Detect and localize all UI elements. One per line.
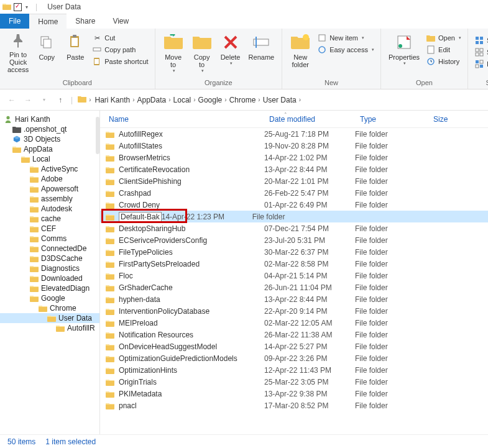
rename-button[interactable]: Rename [245, 30, 279, 75]
copy-button[interactable]: Copy [32, 30, 61, 75]
tree-item[interactable]: D3DSCache [0, 254, 99, 263]
file-row[interactable]: Crashpad26-Feb-22 5:47 PMFile folder [100, 187, 488, 199]
tree-item[interactable]: Google [0, 293, 99, 303]
file-row[interactable]: AutofillRegex25-Aug-21 7:18 PMFile folde… [100, 128, 488, 140]
column-headers[interactable]: Name ˄ Date modified Type Size [100, 111, 488, 128]
tree-item[interactable]: 3D Objects [0, 134, 99, 144]
copy-to-button[interactable]: Copy to▾ [188, 30, 216, 75]
file-row[interactable]: AutofillStates19-Nov-20 8:28 PMFile fold… [100, 140, 488, 152]
recent-locations-button[interactable]: ▾ [39, 94, 50, 106]
chevron-right-icon[interactable]: › [257, 96, 261, 103]
tree-item[interactable]: .openshot_qt [0, 124, 99, 134]
copy-path-button[interactable]: Copy path [90, 44, 150, 55]
edit-button[interactable]: Edit [423, 44, 464, 55]
file-row[interactable]: BrowserMetrics14-Apr-22 1:02 PMFile fold… [100, 152, 488, 163]
column-name[interactable]: Name [105, 115, 265, 124]
tree-item[interactable]: Hari Kanth [0, 114, 99, 124]
select-all-button[interactable]: Select [472, 35, 488, 46]
back-button[interactable]: ← [6, 94, 17, 106]
file-row[interactable]: ClientSidePhishing20-Mar-22 1:01 PMFile … [100, 175, 488, 187]
file-row[interactable]: GrShaderCache26-Jun-21 11:04 PMFile fold… [100, 281, 488, 293]
tab-file[interactable]: File [0, 14, 29, 29]
tree-item[interactable]: AutofillR [0, 323, 99, 333]
delete-button[interactable]: Delete▾ [216, 30, 245, 75]
properties-button[interactable]: Properties▾ [385, 30, 423, 75]
tree-item[interactable]: ElevatedDiagn [0, 283, 99, 293]
file-row[interactable]: OnDeviceHeadSuggestModel14-Apr-22 5:27 P… [100, 341, 488, 352]
chevron-right-icon[interactable]: › [223, 96, 228, 103]
breadcrumb-segment[interactable]: AppData [136, 94, 168, 106]
select-none-button[interactable]: Select [472, 47, 488, 58]
file-row[interactable]: CertificateRevocation13-Apr-22 8:44 PMFi… [100, 163, 488, 175]
file-row[interactable]: FileTypePolicies30-Mar-22 6:37 PMFile fo… [100, 246, 488, 258]
move-to-button[interactable]: Move to▾ [159, 30, 188, 75]
history-button[interactable]: History [423, 56, 464, 67]
qat-checkbox[interactable] [14, 3, 22, 11]
open-button[interactable]: Open▾ [423, 32, 464, 43]
tree-item[interactable]: Downloaded [0, 273, 99, 283]
chevron-right-icon[interactable]: › [131, 96, 136, 103]
folder-icon [12, 145, 21, 153]
breadcrumb-segment[interactable]: Local [172, 94, 193, 106]
new-folder-button[interactable]: New folder [286, 30, 315, 75]
breadcrumb-segment[interactable]: User Data [262, 94, 298, 106]
file-row[interactable]: Default-Bak14-Apr-22 1:23 PMFile folder [100, 211, 488, 222]
column-size[interactable]: Size [430, 115, 488, 124]
tree-item[interactable]: Diagnostics [0, 263, 99, 273]
tab-home[interactable]: Home [29, 14, 67, 29]
file-row[interactable]: pnacl17-Mar-20 8:52 PMFile folder [100, 400, 488, 411]
navigation-tree[interactable]: Hari Kanth.openshot_qt3D ObjectsAppDataL… [0, 111, 100, 434]
qat-dropdown-icon[interactable]: ▾ [24, 4, 29, 10]
file-row[interactable]: InterventionPolicyDatabase22-Apr-20 9:14… [100, 305, 488, 317]
file-row[interactable]: Notification Resources26-Mar-22 11:38 AM… [100, 329, 488, 341]
tree-item[interactable]: User Data [0, 313, 99, 323]
tree-item[interactable]: assembly [0, 194, 99, 204]
file-row[interactable]: OptimizationGuidePredictionModels09-Apr-… [100, 352, 488, 364]
column-date[interactable]: Date modified [265, 115, 356, 124]
up-button[interactable]: ↑ [55, 94, 66, 106]
new-item-button[interactable]: New item▾ [315, 32, 377, 43]
tree-item[interactable]: AppData [0, 144, 99, 154]
file-row[interactable]: FirstPartySetsPreloaded02-Mar-22 8:58 PM… [100, 258, 488, 270]
breadcrumb[interactable]: › Hari Kanth›AppData›Local›Google›Chrome… [78, 94, 302, 106]
breadcrumb-segment[interactable]: Hari Kanth [93, 94, 131, 106]
tree-item-label: ActiveSync [41, 165, 78, 173]
invert-selection-button[interactable]: Invert [472, 58, 488, 70]
file-row[interactable]: PKIMetadata13-Apr-22 9:38 PMFile folder [100, 388, 488, 400]
pin-to-quick-access-button[interactable]: Pin to Quick access [4, 30, 32, 75]
tree-item[interactable]: Adobe [0, 174, 99, 184]
file-row[interactable]: Floc04-Apr-21 5:14 PMFile folder [100, 270, 488, 281]
file-date: 14-Apr-22 1:02 PM [264, 153, 355, 162]
column-type[interactable]: Type [356, 115, 430, 124]
breadcrumb-segment[interactable]: Google [197, 94, 224, 106]
tab-share[interactable]: Share [67, 14, 104, 29]
tree-item[interactable]: Local [0, 154, 99, 164]
tree-item[interactable]: Comms [0, 234, 99, 244]
paste-button[interactable]: Paste [61, 30, 90, 75]
paste-shortcut-button[interactable]: Paste shortcut [90, 56, 150, 67]
forward-button[interactable]: → [22, 94, 34, 106]
tree-item[interactable]: ActiveSync [0, 164, 99, 174]
tree-item[interactable]: cache [0, 214, 99, 224]
chevron-right-icon[interactable]: › [298, 96, 302, 103]
tree-item[interactable]: Apowersoft [0, 184, 99, 194]
tab-view[interactable]: View [104, 14, 137, 29]
file-list[interactable]: AutofillRegex25-Aug-21 7:18 PMFile folde… [100, 128, 488, 434]
file-row[interactable]: ECSerivceProvidersConfig23-Jul-20 5:31 P… [100, 234, 488, 246]
file-row[interactable]: OriginTrials25-Mar-22 3:05 PMFile folder [100, 376, 488, 388]
easy-access-button[interactable]: Easy access▾ [315, 44, 377, 55]
tree-item[interactable]: Autodesk [0, 204, 99, 214]
tree-item[interactable]: Chrome [0, 303, 99, 313]
chevron-right-icon[interactable]: › [192, 96, 196, 103]
file-row[interactable]: MEIPreload02-Mar-22 12:05 AMFile folder [100, 317, 488, 329]
cut-button[interactable]: ✂Cut [90, 32, 150, 43]
file-row[interactable]: DesktopSharingHub07-Dec-21 7:54 PMFile f… [100, 222, 488, 234]
chevron-right-icon[interactable]: › [167, 96, 172, 103]
file-row[interactable]: Crowd Deny01-Apr-22 6:49 PMFile folder [100, 199, 488, 211]
tree-item[interactable]: CEF [0, 224, 99, 234]
tree-item[interactable]: ConnectedDe [0, 244, 99, 254]
file-row[interactable]: hyphen-data13-Apr-22 8:44 PMFile folder [100, 293, 488, 305]
breadcrumb-segment[interactable]: Chrome [228, 94, 257, 106]
chevron-right-icon[interactable]: › [88, 96, 92, 103]
file-row[interactable]: OptimizationHints12-Apr-22 11:43 PMFile … [100, 364, 488, 376]
